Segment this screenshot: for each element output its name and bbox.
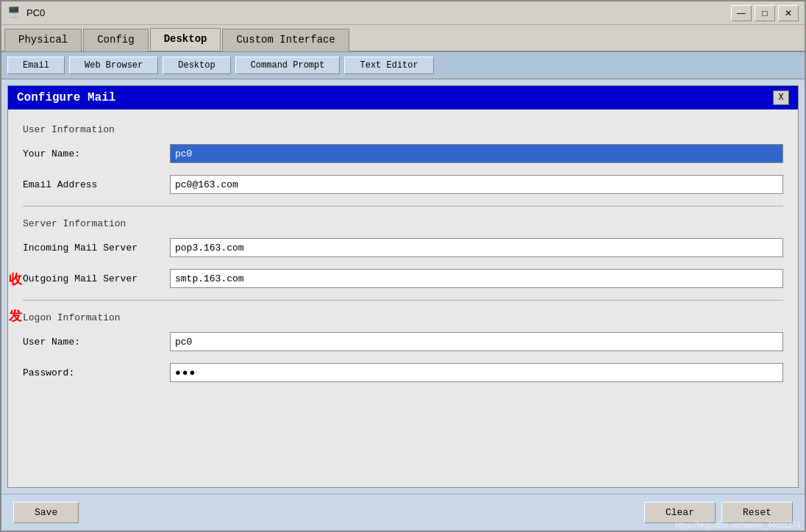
content-area: Email Web Browser Desktop Command Prompt…: [1, 52, 805, 531]
outgoing-server-input[interactable]: [170, 269, 783, 288]
title-controls: — □ ✕: [731, 5, 799, 21]
tab-physical[interactable]: Physical: [4, 29, 82, 51]
user-name-row: User Name:: [23, 332, 783, 351]
watermark: https://blog.csdn.net/weixin_44021274: [675, 521, 800, 529]
your-name-input[interactable]: [170, 144, 783, 163]
app-window: 🖥️ PC0 — □ ✕ Physical Config Desktop Cus…: [0, 0, 806, 532]
dialog-body: User Information Your Name: Email Addres…: [8, 109, 798, 487]
sub-tab-desktop[interactable]: Desktop: [163, 57, 230, 74]
email-address-row: Email Address: [23, 175, 783, 194]
password-row: Password:: [23, 363, 783, 382]
window-close-button[interactable]: ✕: [778, 5, 799, 21]
incoming-server-label: Incoming Mail Server: [23, 242, 170, 254]
window-title: PC0: [26, 7, 45, 18]
clear-button[interactable]: Clear: [644, 502, 716, 523]
your-name-row: Your Name:: [23, 144, 783, 163]
sub-tab-email[interactable]: Email: [7, 57, 65, 74]
save-button[interactable]: Save: [13, 502, 79, 523]
incoming-server-input[interactable]: [170, 238, 783, 257]
tab-custom[interactable]: Custom Interface: [222, 29, 349, 51]
tab-bar: Physical Config Desktop Custom Interface: [1, 25, 805, 52]
sub-tab-cmd[interactable]: Command Prompt: [235, 57, 340, 74]
reset-button[interactable]: Reset: [721, 502, 793, 523]
email-address-input[interactable]: [170, 175, 783, 194]
divider-2: [23, 300, 783, 301]
tab-config[interactable]: Config: [83, 29, 148, 51]
incoming-server-row: Incoming Mail Server: [23, 238, 783, 257]
your-name-label: Your Name:: [23, 148, 170, 159]
sub-tab-web[interactable]: Web Browser: [69, 57, 158, 74]
app-icon: 🖥️: [7, 6, 22, 21]
user-info-section-label: User Information: [23, 124, 783, 135]
user-name-label: User Name:: [23, 337, 170, 348]
dialog-close-button[interactable]: X: [773, 90, 789, 105]
tab-desktop[interactable]: Desktop: [150, 28, 221, 51]
password-input[interactable]: [170, 363, 783, 382]
title-bar-left: 🖥️ PC0: [7, 6, 45, 21]
minimize-button[interactable]: —: [731, 5, 752, 21]
logon-info-section-label: Logon Information: [23, 312, 783, 323]
divider-1: [23, 206, 783, 206]
password-label: Password:: [23, 367, 170, 378]
outgoing-server-row: Outgoing Mail Server: [23, 269, 783, 288]
server-info-section-label: Server Information: [23, 218, 783, 229]
configure-mail-dialog: Configure Mail X User Information Your N…: [7, 85, 799, 488]
dialog-title-bar: Configure Mail X: [8, 86, 798, 109]
email-address-label: Email Address: [23, 179, 170, 190]
title-bar: 🖥️ PC0 — □ ✕: [1, 1, 805, 25]
dialog-title-text: Configure Mail: [17, 91, 115, 104]
content-wrapper: 收 发 Configure Mail X User Information Yo…: [1, 79, 805, 531]
user-name-input[interactable]: [170, 332, 783, 351]
sub-tab-text-editor[interactable]: Text Editor: [344, 57, 433, 74]
sub-tab-bar: Email Web Browser Desktop Command Prompt…: [1, 52, 805, 79]
maximize-button[interactable]: □: [755, 5, 775, 21]
btn-group-right: Clear Reset: [644, 502, 793, 523]
outgoing-server-label: Outgoing Mail Server: [23, 273, 170, 284]
